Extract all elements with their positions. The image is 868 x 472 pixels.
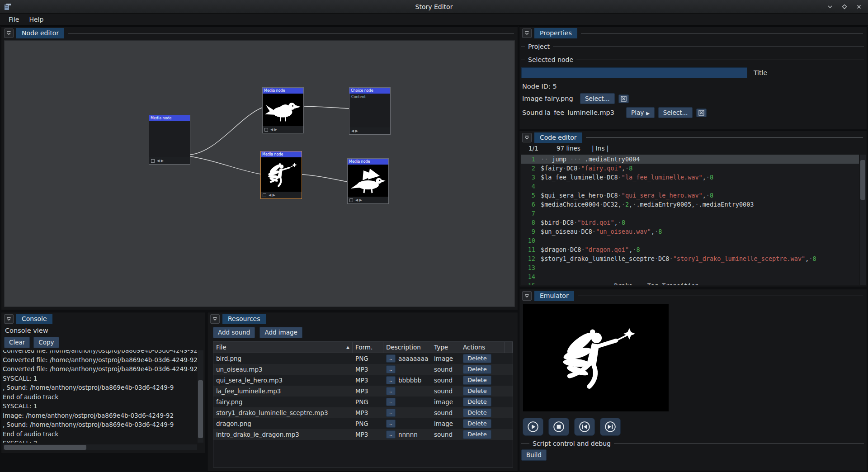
description-column-header[interactable]: Description [383, 342, 431, 353]
console-log[interactable]: Converted file: /home/anthony/ostproj/ba… [3, 350, 197, 443]
code-scrollbar[interactable] [860, 155, 866, 285]
copy-button[interactable]: Copy [33, 337, 59, 348]
resource-row[interactable]: un_oiseau.mp3MP3..soundDelete [213, 364, 513, 375]
actions-column-header[interactable]: Actions [460, 342, 505, 353]
collapse-icon[interactable] [4, 28, 14, 38]
sound-select-button[interactable]: Select... [658, 107, 693, 118]
type-column-header[interactable]: Type [431, 342, 460, 353]
resource-row[interactable]: bird.pngPNG..aaaaaaaaaimageDelete [213, 353, 513, 364]
node-nav-icons[interactable]: ◀ ▶ [351, 129, 358, 133]
file-cell: dragon.png [213, 420, 353, 427]
code-line[interactable]: 11$dragon·DC8·"dragon.qoi",·8 [521, 245, 859, 254]
console-horizontal-scrollbar[interactable] [3, 444, 197, 450]
collapse-icon[interactable] [522, 28, 532, 38]
description-edit-button[interactable]: .. [386, 409, 396, 417]
collapse-icon[interactable] [4, 314, 14, 324]
play-button[interactable] [523, 418, 543, 436]
delete-button[interactable]: Delete [463, 354, 491, 363]
panel-title-resources: Resources [222, 314, 266, 324]
delete-button[interactable]: Delete [463, 365, 491, 374]
code-line[interactable]: 7 [521, 209, 859, 218]
code-text-area[interactable]: 1·· jump ··· .mediaEntry00042$fairy·DC8·… [521, 155, 859, 285]
node-nav-icons[interactable]: ◀ ▶ [269, 193, 275, 197]
description-edit-button[interactable]: .. [386, 376, 396, 384]
delete-button[interactable]: Delete [463, 419, 491, 428]
scrollbar-thumb[interactable] [198, 380, 203, 438]
collapse-icon[interactable] [522, 291, 532, 301]
description-edit-button[interactable]: .. [386, 365, 396, 373]
add-sound-button[interactable]: Add sound [213, 327, 255, 338]
delete-button[interactable]: Delete [463, 430, 491, 439]
code-line[interactable]: 1·· jump ··· .mediaEntry0004 [521, 155, 859, 164]
add-image-button[interactable]: Add image [259, 327, 302, 338]
graph-node-media-start[interactable]: Media node ◀ ▶ [149, 115, 190, 165]
resource-row[interactable]: intro_drako_le_dragon.mp3MP3..nnnnnsound… [213, 429, 513, 440]
resource-row[interactable]: story1_drako_luminelle_sceptre.mp3MP3..s… [213, 407, 513, 418]
node-nav-icons[interactable]: ◀ ▶ [157, 159, 164, 163]
rewind-button[interactable] [574, 418, 595, 436]
resource-row[interactable]: qui_sera_le_hero.mp3MP3..bbbbbbsoundDele… [213, 375, 513, 386]
graph-node-choice[interactable]: Choice node Content ◀ ▶ [349, 87, 391, 135]
code-line[interactable]: 4 [521, 182, 859, 191]
scrollbar-thumb[interactable] [4, 445, 86, 450]
x-box-icon [621, 96, 627, 102]
resource-row[interactable]: la_fee_luminelle.mp3MP3..soundDelete [213, 386, 513, 396]
node-controls[interactable]: ◀ ▶ [261, 192, 302, 198]
scrollbar-thumb[interactable] [860, 160, 865, 200]
delete-button[interactable]: Delete [463, 397, 491, 406]
code-line[interactable]: 14 [521, 272, 859, 281]
menu-help[interactable]: Help [24, 14, 48, 24]
console-vertical-scrollbar[interactable] [198, 350, 203, 443]
description-edit-button[interactable]: .. [386, 420, 396, 428]
graph-node-dragon[interactable]: Media node [347, 158, 389, 204]
format-column-header[interactable]: Form. [353, 342, 383, 353]
node-controls[interactable]: ◀ ▶ [348, 197, 388, 203]
node-nav-icons[interactable]: ◀ ▶ [270, 127, 277, 132]
stop-button[interactable] [548, 418, 569, 436]
node-nav-icons[interactable]: ◀ ▶ [355, 198, 362, 202]
build-button[interactable]: Build [521, 449, 547, 461]
graph-node-bird[interactable]: Media node [262, 87, 304, 133]
image-clear-button[interactable] [618, 94, 629, 103]
description-edit-button[interactable]: .. [386, 398, 396, 406]
code-line[interactable]: 3$la_fee_luminelle·DC8·"la_fee_luminelle… [521, 173, 859, 182]
title-input[interactable] [521, 67, 747, 78]
node-controls[interactable]: ◀ ▶ [349, 127, 390, 134]
graph-node-fairy[interactable]: Media node ◀ ▶ [260, 151, 302, 199]
code-line[interactable]: 6$mediaChoice0004·DC32,·2,·.mediaEntry00… [521, 200, 859, 209]
delete-button[interactable]: Delete [463, 376, 491, 385]
description-edit-button[interactable]: .. [386, 354, 396, 363]
code-line[interactable]: 8$bird·DC8·"bird.qoi",·8 [521, 218, 859, 227]
node-controls[interactable]: ◀ ▶ [149, 157, 190, 164]
menu-file[interactable]: File [4, 14, 24, 24]
code-line[interactable]: 9$un_oiseau·DC8·"un_oiseau.wav",·8 [521, 227, 859, 236]
line-number: 9 [521, 227, 535, 236]
minimize-button[interactable] [826, 3, 834, 10]
code-line[interactable]: 15····················Drako····Tag·Trans… [521, 281, 859, 285]
titlebar[interactable]: Story Editor [0, 0, 868, 14]
collapse-icon[interactable] [210, 314, 220, 324]
description-edit-button[interactable]: .. [386, 387, 396, 395]
sound-play-button[interactable]: Play▶ [626, 107, 655, 118]
node-canvas[interactable]: Media node ◀ ▶ Media node [4, 40, 515, 307]
resource-row[interactable]: dragon.pngPNG..imageDelete [213, 418, 513, 429]
code-line[interactable]: 10 [521, 236, 859, 245]
image-select-button[interactable]: Select... [580, 93, 615, 104]
collapse-icon[interactable] [522, 133, 532, 142]
code-line[interactable]: 2$fairy·DC8·"fairy.qoi",·8 [521, 164, 859, 173]
sound-clear-button[interactable] [696, 109, 707, 117]
header-rule [581, 33, 863, 33]
close-button[interactable] [855, 3, 863, 10]
resource-row[interactable]: fairy.pngPNG..imageDelete [213, 396, 513, 407]
node-controls[interactable]: ◀ ▶ [263, 126, 303, 133]
code-line[interactable]: 13 [521, 263, 859, 272]
code-line[interactable]: 5$qui_sera_le_hero·DC8·"qui_sera_le_hero… [521, 191, 859, 200]
forward-button[interactable] [600, 418, 621, 436]
maximize-button[interactable] [841, 3, 848, 10]
delete-button[interactable]: Delete [463, 387, 491, 396]
file-column-header[interactable]: File ▲ [213, 342, 353, 353]
code-line[interactable]: 12$story1_drako_luminelle_sceptre·DC8·"s… [521, 254, 859, 263]
delete-button[interactable]: Delete [463, 408, 491, 417]
clear-button[interactable]: Clear [4, 337, 30, 348]
description-edit-button[interactable]: .. [386, 430, 396, 439]
